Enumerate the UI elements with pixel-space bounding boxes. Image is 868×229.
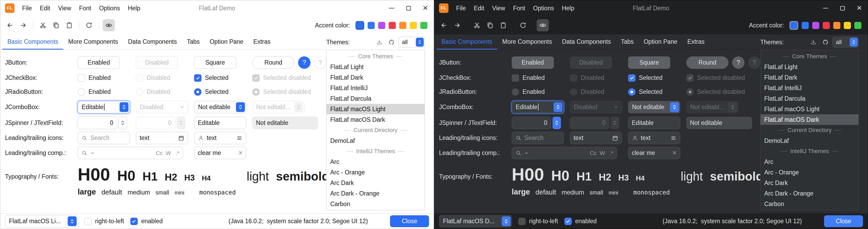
cut-button[interactable]: [471, 19, 483, 31]
tab-option-pane[interactable]: Option Pane: [205, 34, 248, 50]
paste-button[interactable]: [63, 19, 75, 31]
theme-item-flatlaf-macos-dark[interactable]: FlatLaf macOS Dark: [761, 114, 859, 125]
theme-item-carbon[interactable]: Carbon: [327, 199, 425, 209]
radio-enabled[interactable]: Enabled: [512, 88, 545, 96]
not-editable-combobox[interactable]: Not editable: [194, 101, 246, 113]
tab-data-components[interactable]: Data Components: [557, 34, 616, 50]
search-icon[interactable]: [516, 150, 522, 156]
editable-combobox[interactable]: Editable: [78, 101, 130, 113]
round-button[interactable]: Round: [686, 56, 728, 69]
combobox-arrows-icon[interactable]: [68, 216, 76, 226]
tab-extras[interactable]: Extras: [682, 34, 710, 50]
themes-filter-combobox[interactable]: all: [832, 37, 859, 48]
refresh-button[interactable]: [517, 19, 529, 31]
not-editable-combobox[interactable]: Not editable: [628, 101, 680, 113]
menu-file[interactable]: File: [18, 0, 36, 16]
regex-toggle[interactable]: .*: [610, 150, 613, 156]
refresh-button[interactable]: [83, 19, 95, 31]
theme-item-arc-dark[interactable]: Arc Dark: [761, 178, 859, 188]
accent-swatch-green[interactable]: [854, 22, 861, 29]
theme-item-flatlaf-light[interactable]: FlatLaf Light: [327, 62, 425, 72]
enabled-checkbox[interactable]: enabled: [130, 218, 163, 225]
theme-item-carbon[interactable]: Carbon: [761, 199, 859, 209]
editable-combobox[interactable]: Editable: [512, 101, 564, 113]
theme-item-demolaf[interactable]: DemoLaf: [761, 136, 859, 146]
search-field[interactable]: Search: [78, 132, 130, 144]
github-button[interactable]: [386, 37, 396, 47]
theme-item-flatlaf-macos-light[interactable]: FlatLaf macOS Light: [327, 104, 425, 114]
tab-data-components[interactable]: Data Components: [123, 34, 182, 50]
minimize-button[interactable]: [817, 0, 834, 16]
date-field[interactable]: text: [136, 132, 188, 144]
right-to-left-checkbox[interactable]: right-to-left: [84, 218, 124, 225]
tab-tabs[interactable]: Tabs: [616, 34, 639, 50]
help-button[interactable]: ?: [732, 56, 744, 69]
calendar-icon[interactable]: [178, 135, 184, 141]
menu-help[interactable]: Help: [558, 0, 578, 16]
menu-file[interactable]: File: [452, 0, 470, 16]
accent-swatch-purple[interactable]: [378, 22, 385, 29]
theme-item-arc[interactable]: Arc: [327, 156, 425, 167]
theme-item-arc-dark[interactable]: Arc Dark: [327, 178, 425, 188]
search-icon[interactable]: [82, 150, 88, 156]
tab-option-pane[interactable]: Option Pane: [639, 34, 682, 50]
menu-edit[interactable]: Edit: [470, 0, 488, 16]
close-button[interactable]: Close: [824, 215, 863, 227]
accent-swatch-orange[interactable]: [399, 22, 406, 29]
cut-button[interactable]: [37, 19, 49, 31]
list-icon[interactable]: [236, 135, 243, 141]
list-icon[interactable]: [670, 135, 677, 141]
back-button[interactable]: [4, 19, 16, 31]
spinner[interactable]: 0: [512, 117, 561, 129]
radio-enabled[interactable]: Enabled: [78, 88, 111, 96]
accent-swatch-blue-selected[interactable]: [789, 21, 798, 30]
download-themes-button[interactable]: [808, 37, 818, 47]
menu-view[interactable]: View: [54, 0, 75, 16]
help-button[interactable]: ?: [298, 56, 310, 69]
menu-options[interactable]: Options: [95, 0, 124, 16]
accent-swatch-red[interactable]: [823, 22, 830, 29]
close-button[interactable]: Close: [390, 215, 429, 227]
theme-item-arc-dark-orange[interactable]: Arc Dark - Orange: [761, 188, 859, 199]
theme-item-flatlaf-light[interactable]: FlatLaf Light: [761, 62, 859, 72]
combobox-arrows-icon[interactable]: [850, 38, 858, 47]
show-hide-toggle-button[interactable]: [103, 19, 115, 31]
theme-item-flatlaf-darcula[interactable]: FlatLaf Darcula: [761, 93, 859, 104]
spinner[interactable]: 0: [78, 117, 127, 129]
enabled-button[interactable]: Enabled: [78, 56, 120, 69]
show-hide-toggle-button[interactable]: [537, 19, 549, 31]
accent-swatch-yellow[interactable]: [410, 22, 417, 29]
search-with-options-field[interactable]: Cc W .*: [78, 147, 183, 159]
search-field[interactable]: Search: [512, 132, 564, 144]
combobox-arrows-icon[interactable]: [416, 38, 424, 47]
theme-item-flatlaf-macos-dark[interactable]: FlatLaf macOS Dark: [327, 114, 425, 125]
chevron-down-icon[interactable]: [524, 151, 529, 155]
whole-word-toggle[interactable]: W: [600, 150, 605, 156]
tab-extras[interactable]: Extras: [248, 34, 276, 50]
forward-button[interactable]: [17, 19, 29, 31]
right-to-left-checkbox[interactable]: right-to-left: [518, 218, 558, 225]
theme-item-flatlaf-darcula[interactable]: FlatLaf Darcula: [327, 93, 425, 104]
checkbox-selected[interactable]: Selected: [628, 74, 662, 82]
theme-item-demolaf[interactable]: DemoLaf: [327, 136, 425, 146]
accent-swatch-purple[interactable]: [812, 22, 819, 29]
menu-help[interactable]: Help: [124, 0, 144, 16]
theme-item-flatlaf-intellij[interactable]: FlatLaf IntelliJ: [761, 83, 859, 93]
accent-swatch-blue-selected[interactable]: [355, 21, 364, 30]
minimize-button[interactable]: [383, 0, 400, 16]
combobox-arrows-icon[interactable]: [502, 216, 510, 226]
clear-me-field[interactable]: clear me ×: [628, 147, 680, 159]
themes-filter-combobox[interactable]: all: [398, 37, 425, 48]
theme-item-cobalt-2[interactable]: Cobalt 2: [327, 209, 425, 210]
look-and-feel-combobox[interactable]: FlatLaf macOS D...: [439, 215, 512, 227]
forward-button[interactable]: [451, 19, 463, 31]
square-button[interactable]: Square: [628, 56, 670, 69]
accent-swatch-blue[interactable]: [802, 22, 809, 29]
look-and-feel-combobox[interactable]: FlatLaf macOS Li...: [5, 215, 78, 227]
combobox-arrows-icon[interactable]: [120, 102, 128, 112]
github-button[interactable]: [820, 37, 830, 47]
download-themes-button[interactable]: [374, 37, 384, 47]
whole-word-toggle[interactable]: W: [166, 150, 171, 156]
spinner-value[interactable]: 0: [512, 117, 551, 129]
radio-selected[interactable]: Selected: [628, 88, 662, 96]
